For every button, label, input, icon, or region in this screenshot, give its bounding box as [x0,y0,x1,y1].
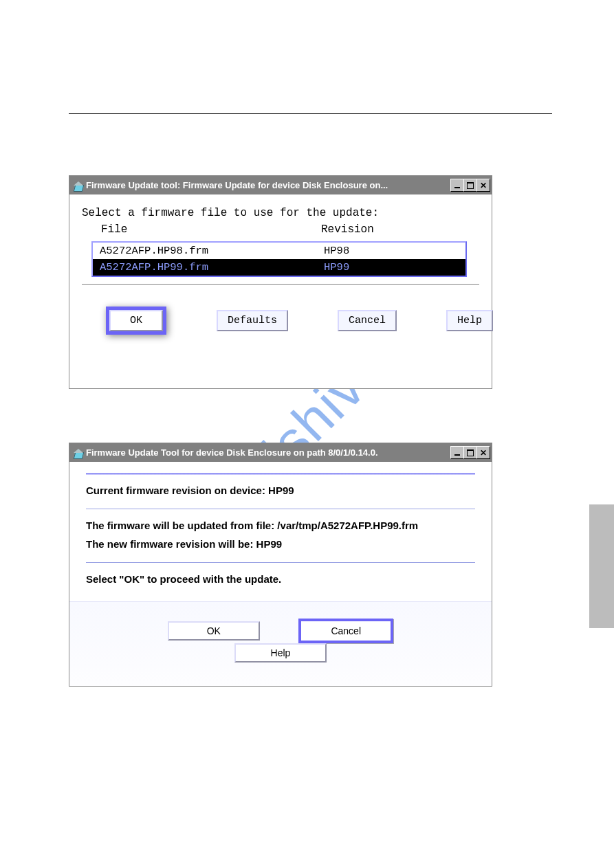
dialog-confirm-update: Firmware Update Tool for device Disk Enc… [69,443,492,687]
from-file-label: The firmware will be updated from file: … [86,520,475,531]
titlebar[interactable]: Firmware Update Tool for device Disk Enc… [69,443,492,462]
prompt-label: Select a firmware file to use for the up… [82,207,479,219]
dialog-select-firmware: Firmware Update tool: Firmware Update fo… [69,175,492,389]
close-button[interactable]: ✕ [476,179,490,192]
file-revision: HP98 [324,245,459,257]
ok-button[interactable]: OK [168,621,260,641]
button-bar: OK Cancel Help [69,601,492,686]
file-name: A5272AFP.HP99.frm [100,261,324,274]
separator [82,284,479,285]
window-title: Firmware Update tool: Firmware Update fo… [86,180,451,190]
file-name: A5272AFP.HP98.frm [100,245,324,257]
maximize-button[interactable] [463,179,477,192]
column-header-file: File [101,223,321,236]
separator [86,509,475,510]
list-item[interactable]: A5272AFP.HP99.frm HP99 [93,259,465,276]
app-icon [72,180,83,191]
minimize-button[interactable] [450,446,464,459]
column-header-revision: Revision [321,223,479,236]
ok-button[interactable]: OK [109,310,163,331]
separator [86,562,475,564]
help-button[interactable]: Help [446,310,493,331]
new-revision-label: The new firmware revision will be: HP99 [86,538,475,550]
maximize-button[interactable] [463,446,477,459]
help-button[interactable]: Help [234,643,327,663]
firmware-file-list[interactable]: A5272AFP.HP98.frm HP98 A5272AFP.HP99.frm… [91,241,467,277]
proceed-instruction-label: Select "OK" to proceed with the update. [86,573,475,585]
top-separator [69,113,552,114]
cancel-button[interactable]: Cancel [298,619,393,643]
window-title: Firmware Update Tool for device Disk Enc… [86,447,451,458]
defaults-button[interactable]: Defaults [217,310,288,331]
separator [86,473,475,475]
file-revision: HP99 [324,261,459,274]
titlebar[interactable]: Firmware Update tool: Firmware Update fo… [69,176,492,194]
app-icon [72,447,83,458]
cancel-button[interactable]: Cancel [338,310,397,331]
close-button[interactable]: ✕ [476,446,490,459]
list-item[interactable]: A5272AFP.HP98.frm HP98 [93,243,465,259]
minimize-button[interactable] [450,179,464,192]
current-revision-label: Current firmware revision on device: HP9… [86,485,475,496]
